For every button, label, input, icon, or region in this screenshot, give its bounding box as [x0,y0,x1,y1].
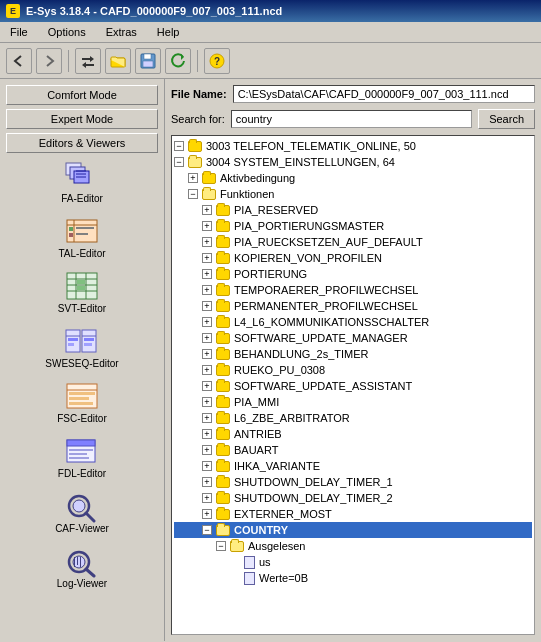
tree-expand-button[interactable]: + [202,205,212,215]
tree-item[interactable]: +BAUART [174,442,532,458]
tree-item-label: SHUTDOWN_DELAY_TIMER_2 [234,490,393,506]
tree-expand-button[interactable]: + [202,301,212,311]
tree-item[interactable]: +KOPIEREN_VON_PROFILEN [174,250,532,266]
refresh-button[interactable] [165,48,191,74]
svt-editor-icon [64,271,100,303]
back-button[interactable] [6,48,32,74]
tree-item[interactable]: +RUEKO_PU_0308 [174,362,532,378]
expert-mode-button[interactable]: Expert Mode [6,109,158,129]
tree-item[interactable]: −COUNTRY [174,522,532,538]
svg-text:?: ? [214,56,220,67]
menu-file[interactable]: File [4,24,34,40]
tree-collapse-button[interactable]: − [174,141,184,151]
tree-expand-button[interactable]: + [202,269,212,279]
sidebar-item-svt-editor[interactable]: SVT-Editor [6,267,158,318]
tree-item[interactable]: +BEHANDLUNG_2s_TIMER [174,346,532,362]
tree-expand-button[interactable]: + [202,333,212,343]
tree-item[interactable]: +EXTERNER_MOST [174,506,532,522]
tree-item[interactable]: +PIA_PORTIERUNGSMASTER [174,218,532,234]
tree-collapse-button[interactable]: − [202,525,212,535]
tree-item[interactable]: +PORTIERUNG [174,266,532,282]
editors-viewers-button[interactable]: Editors & Viewers [6,133,158,153]
svg-rect-33 [68,343,74,346]
swap-button[interactable] [75,48,101,74]
tree-item[interactable]: us [174,554,532,570]
svg-rect-43 [69,453,87,455]
tree-expand-button[interactable]: + [202,461,212,471]
file-name-row: File Name: C:\ESysData\CAF\CAFD_000000F9… [171,85,535,103]
tree-item[interactable]: Werte=0B [174,570,532,586]
tree-expand-button[interactable]: + [202,509,212,519]
folder-icon [216,461,230,472]
open-folder-button[interactable] [105,48,131,74]
tree-item[interactable]: −3003 TELEFON_TELEMATIK_ONLINE, 50 [174,138,532,154]
tree-item[interactable]: +ANTRIEB [174,426,532,442]
tree-collapse-button[interactable]: − [216,541,226,551]
sidebar-item-fa-editor[interactable]: FA-Editor [6,157,158,208]
save-button[interactable] [135,48,161,74]
sidebar-item-tal-editor[interactable]: TAL-Editor [6,212,158,263]
doc-icon [244,572,255,585]
log-viewer-icon [64,546,100,578]
menu-options[interactable]: Options [42,24,92,40]
tree-item[interactable]: +SHUTDOWN_DELAY_TIMER_2 [174,490,532,506]
folder-icon [216,477,230,488]
sidebar-item-log-viewer[interactable]: Log-Viewer [6,542,158,593]
tree-item[interactable]: +PIA_RUECKSETZEN_AUF_DEFAULT [174,234,532,250]
menu-extras[interactable]: Extras [100,24,143,40]
tree-item-label: 3003 TELEFON_TELEMATIK_ONLINE, 50 [206,138,416,154]
fa-editor-icon [64,161,100,193]
tree-expand-button[interactable]: + [202,429,212,439]
tree-expand-button[interactable]: + [202,397,212,407]
tree-item[interactable]: +L4_L6_KOMMUNIKATIONSSCHALTER [174,314,532,330]
tree-item-label: KOPIEREN_VON_PROFILEN [234,250,382,266]
tree-item[interactable]: +IHKA_VARIANTE [174,458,532,474]
tree-item[interactable]: +SOFTWARE_UPDATE_ASSISTANT [174,378,532,394]
tree-expand-button[interactable]: + [202,445,212,455]
tree-item[interactable]: −3004 SYSTEM_EINSTELLUNGEN, 64 [174,154,532,170]
tree-expand-button[interactable]: + [202,381,212,391]
tree-expand-button[interactable]: + [188,173,198,183]
tree-expand-button[interactable]: + [202,493,212,503]
search-input[interactable] [231,110,472,128]
sidebar-item-caf-viewer[interactable]: CAF-Viewer [6,487,158,538]
tree-expand-button[interactable]: + [202,221,212,231]
tree-collapse-button[interactable]: − [174,157,184,167]
tree-item[interactable]: +SOFTWARE_UPDATE_MANAGER [174,330,532,346]
sidebar-item-sweseq-editor[interactable]: SWESEQ-Editor [6,322,158,373]
tree-item-label: IHKA_VARIANTE [234,458,320,474]
search-row: Search for: Search [171,109,535,129]
tree-item-label: BEHANDLUNG_2s_TIMER [234,346,368,362]
tree-item-label: SOFTWARE_UPDATE_ASSISTANT [234,378,412,394]
tree-item[interactable]: +PIA_RESERVED [174,202,532,218]
menu-help[interactable]: Help [151,24,186,40]
tree-expand-button[interactable]: + [202,285,212,295]
title-text: E-Sys 3.18.4 - CAFD_000000F9_007_003_111… [26,5,282,17]
tree-expand-button[interactable]: + [202,365,212,375]
tree-item[interactable]: +SHUTDOWN_DELAY_TIMER_1 [174,474,532,490]
tree-item[interactable]: +L6_ZBE_ARBITRATOR [174,410,532,426]
tree-expand-button[interactable]: + [202,477,212,487]
tree-item[interactable]: +PIA_MMI [174,394,532,410]
help-button[interactable]: ? [204,48,230,74]
svg-rect-42 [69,449,93,451]
tree-item[interactable]: −Ausgelesen [174,538,532,554]
tree-expand-button[interactable]: + [202,253,212,263]
tree-expand-button[interactable]: + [202,349,212,359]
comfort-mode-button[interactable]: Comfort Mode [6,85,158,105]
tree-expand-button[interactable]: + [202,413,212,423]
tree-item[interactable]: +TEMPORAERER_PROFILWECHSEL [174,282,532,298]
tree-expand-button[interactable]: + [202,317,212,327]
tree-expand-button[interactable]: + [202,237,212,247]
tree-item[interactable]: −Funktionen [174,186,532,202]
sidebar-item-fsc-editor[interactable]: FSC-Editor [6,377,158,428]
tree-collapse-button[interactable]: − [188,189,198,199]
tree-container[interactable]: −3003 TELEFON_TELEMATIK_ONLINE, 50−3004 … [171,135,535,635]
sidebar-item-fdl-editor[interactable]: FDL-Editor [6,432,158,483]
tree-item-label: PIA_RUECKSETZEN_AUF_DEFAULT [234,234,423,250]
search-button[interactable]: Search [478,109,535,129]
tree-item-label: TEMPORAERER_PROFILWECHSEL [234,282,418,298]
forward-button[interactable] [36,48,62,74]
tree-item[interactable]: +PERMANENTER_PROFILWECHSEL [174,298,532,314]
tree-item[interactable]: +Aktivbedingung [174,170,532,186]
